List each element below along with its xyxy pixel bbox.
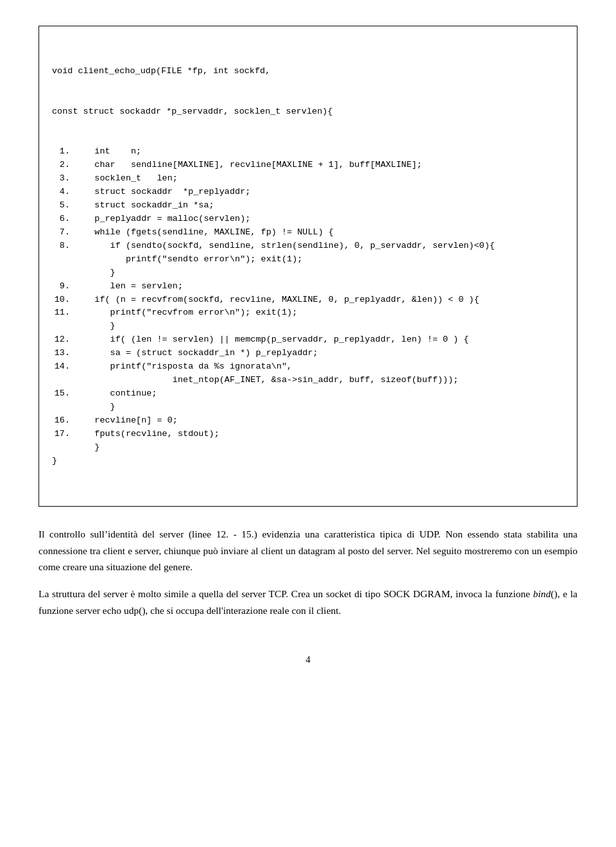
code-line-code: socklen_t len; [79,172,564,186]
code-line: 3. socklen_t len; [52,172,564,186]
page-container: void client_echo_udp(FILE *fp, int sockf… [38,26,578,796]
code-line-code: printf("risposta da %s ignorata\n", [79,360,564,374]
code-line: 4. struct sockaddr *p_replyaddr; [52,186,564,199]
code-line: 1. int n; [52,145,564,159]
code-line: 9. len = servlen; [52,280,564,293]
line-number: 3. [52,172,70,186]
code-line: 17. fputs(recvline, stdout); [52,428,564,441]
line-number: 11. [52,306,70,320]
code-line-code: } [79,266,564,280]
code-line: } [52,455,564,468]
paragraph-2: La struttura del server è molto simile a… [38,586,578,618]
code-line-code: sa = (struct sockaddr_in *) p_replyaddr; [79,347,564,360]
code-line: } [52,266,564,280]
code-line: 13. sa = (struct sockaddr_in *) p_replya… [52,347,564,360]
code-line-code: } [79,320,564,333]
code-block: void client_echo_udp(FILE *fp, int sockf… [38,26,578,507]
line-number: 1. [52,145,70,159]
line-number: 4. [52,186,70,199]
code-line: 11. printf("recvfrom error\n"); exit(1); [52,306,564,320]
line-number: 13. [52,347,70,360]
code-line-code: int n; [79,145,564,159]
code-line-code: if (sendto(sockfd, sendline, strlen(send… [79,240,564,253]
line-number: 14. [52,360,70,374]
code-line-code: } [79,441,564,455]
code-line: 7. while (fgets(sendline, MAXLINE, fp) !… [52,226,564,240]
code-line: printf("sendto error\n"); exit(1); [52,253,564,266]
paragraph-1: Il controllo sull’identità del server (l… [38,526,578,575]
code-line: 6. p_replyaddr = malloc(servlen); [52,213,564,226]
line-number: 10. [52,293,70,307]
code-line-code: if( (n = recvfrom(sockfd, recvline, MAXL… [79,293,564,307]
code-line-code: p_replyaddr = malloc(servlen); [79,213,564,226]
line-number: 8. [52,240,70,253]
page-number: 4 [38,654,578,665]
code-line: 14. printf("risposta da %s ignorata\n", [52,360,564,374]
code-line: 5. struct sockaddr_in *sa; [52,199,564,213]
line-number: 16. [52,414,70,428]
code-header-line2: const struct sockaddr *p_servaddr, sockl… [52,105,564,119]
line-number: 5. [52,199,70,213]
code-line: } [52,320,564,333]
code-line-code: continue; [79,387,564,401]
paragraph-1-text: Il controllo sull’identità del server (l… [38,528,578,572]
line-number: 9. [52,280,70,293]
code-line-code: len = servlen; [79,280,564,293]
code-line-code: inet_ntop(AF_INET, &sa->sin_addr, buff, … [79,374,564,387]
code-line-code: fputs(recvline, stdout); [79,428,564,441]
code-line: } [52,401,564,414]
code-line-code: struct sockaddr_in *sa; [79,199,564,213]
paragraph-2-text: La struttura del server è molto simile a… [38,588,578,616]
line-number: 6. [52,213,70,226]
code-line-code: struct sockaddr *p_replyaddr; [79,186,564,199]
code-line-code: char sendline[MAXLINE], recvline[MAXLINE… [79,159,564,172]
code-line: 15. continue; [52,387,564,401]
code-line: 12. if( (len != servlen) || memcmp(p_ser… [52,333,564,347]
code-line-code: } [79,401,564,414]
code-line: } [52,441,564,455]
code-line: inet_ntop(AF_INET, &sa->sin_addr, buff, … [52,374,564,387]
line-number: 7. [52,226,70,240]
line-number: 12. [52,333,70,347]
code-line: 8. if (sendto(sockfd, sendline, strlen(s… [52,240,564,253]
code-line-code: if( (len != servlen) || memcmp(p_servadd… [79,333,564,347]
line-number: 2. [52,159,70,172]
code-line-code: printf("recvfrom error\n"); exit(1); [79,306,564,320]
code-line-code: while (fgets(sendline, MAXLINE, fp) != N… [79,226,564,240]
code-line: 10. if( (n = recvfrom(sockfd, recvline, … [52,293,564,307]
line-number: 15. [52,387,70,401]
line-number: 17. [52,428,70,441]
code-line-code: recvline[n] = 0; [79,414,564,428]
code-line: 16. recvline[n] = 0; [52,414,564,428]
code-line-code: printf("sendto error\n"); exit(1); [79,253,564,266]
code-line: 2. char sendline[MAXLINE], recvline[MAXL… [52,159,564,172]
code-line-code: } [52,455,564,468]
code-header-line1: void client_echo_udp(FILE *fp, int sockf… [52,65,564,78]
